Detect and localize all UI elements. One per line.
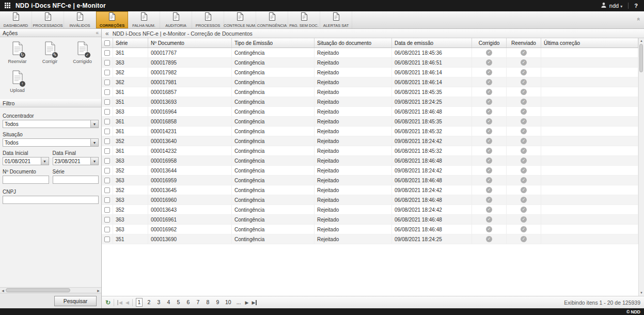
ribbon-collapse-icon[interactable]: « [636, 18, 642, 21]
column-header-numero-documento[interactable]: Nº Documento [148, 38, 232, 48]
column-header-situacao[interactable]: Situação do documento [315, 38, 392, 48]
next-page-icon[interactable]: ▶ [245, 300, 249, 305]
page-button-3[interactable]: 3 [155, 298, 162, 306]
table-row[interactable]: 363 000016961 Contingência Rejeitado 06/… [102, 215, 638, 225]
concentrador-select[interactable]: Todos ▼ [3, 120, 99, 128]
table-row[interactable]: 351 000013690 Contingência Rejeitado 09/… [102, 234, 638, 244]
situacao-select[interactable]: Todos ▼ [3, 138, 99, 147]
tab-auditoria[interactable]: AUDITORIA [160, 11, 192, 28]
table-row[interactable]: 361 000017767 Contingência Rejeitado 06/… [102, 48, 638, 58]
tab-falha-num[interactable]: FALHA NUM. [128, 11, 160, 28]
action-corrigir[interactable]: ✎ Corrigir [34, 41, 66, 64]
table-row[interactable]: 363 000016958 Contingência Rejeitado 06/… [102, 156, 638, 166]
scrollbar-thumb[interactable] [639, 44, 643, 72]
scroll-down-icon[interactable]: ▼ [640, 290, 643, 296]
page-button-1[interactable]: 1 [136, 298, 143, 307]
scrollbar-thumb[interactable] [6, 288, 70, 292]
page-button-9[interactable]: 9 [214, 298, 221, 306]
row-checkbox[interactable] [104, 138, 110, 144]
page-button-4[interactable]: 4 [165, 298, 172, 306]
chevron-down-icon[interactable]: ▼ [90, 139, 98, 146]
column-header-serie[interactable]: Série [113, 38, 148, 48]
table-row[interactable]: 361 000016857 Contingência Rejeitado 06/… [102, 87, 638, 97]
table-row[interactable]: 362 000017981 Contingência Rejeitado 06/… [102, 77, 638, 87]
table-row[interactable]: 363 000016962 Contingência Rejeitado 06/… [102, 225, 638, 234]
table-row[interactable]: 363 000017895 Contingência Rejeitado 06/… [102, 58, 638, 68]
help-button[interactable]: ? [634, 3, 638, 9]
table-row[interactable]: 363 000016964 Contingência Rejeitado 06/… [102, 107, 638, 117]
refresh-icon[interactable]: ↻ [105, 299, 111, 306]
column-header-reenviado[interactable]: Reenviado [507, 38, 541, 48]
action-upload[interactable]: ↑ Upload [1, 70, 34, 93]
app-launcher-icon[interactable] [5, 3, 11, 9]
page-button-2[interactable]: 2 [146, 298, 152, 306]
tab-controle-num[interactable]: CONTROLE NUM. [224, 11, 256, 28]
row-checkbox[interactable] [104, 207, 110, 213]
column-header-ultima-correcao[interactable]: Última correção [541, 38, 638, 48]
data-final-datepicker[interactable]: 23/08/2021 ▼ [53, 157, 99, 165]
serie-input[interactable] [53, 176, 99, 184]
tab-invalidos[interactable]: INVÁLIDOS [64, 11, 96, 28]
row-checkbox[interactable] [104, 60, 110, 66]
scroll-up-icon[interactable]: ▲ [640, 38, 643, 44]
row-checkbox[interactable] [104, 227, 110, 232]
row-checkbox[interactable] [104, 70, 110, 75]
table-row[interactable]: 352 000013645 Contingência Rejeitado 09/… [102, 185, 638, 195]
table-row[interactable]: 351 000013693 Contingência Rejeitado 09/… [102, 97, 638, 107]
panel-collapse-icon[interactable]: « [96, 30, 99, 36]
table-row[interactable]: 361 000014231 Contingência Rejeitado 06/… [102, 127, 638, 136]
tab-processados[interactable]: PROCESSADOS [32, 11, 64, 28]
column-header-tipo-emissao[interactable]: Tipo de Emissão [232, 38, 315, 48]
chevron-down-icon[interactable]: ▼ [41, 158, 49, 165]
action-corrigido[interactable]: ✓ Corrigido [66, 41, 99, 64]
tab-processos[interactable]: PROCESSOS [192, 11, 224, 28]
row-checkbox[interactable] [104, 217, 110, 223]
table-row[interactable]: 352 000013640 Contingência Rejeitado 09/… [102, 136, 638, 146]
scroll-right-icon[interactable]: ▶ [96, 289, 101, 292]
row-checkbox[interactable] [104, 80, 110, 85]
row-checkbox[interactable] [104, 187, 110, 193]
page-button-5[interactable]: 5 [175, 298, 182, 306]
row-checkbox[interactable] [104, 89, 110, 95]
table-row[interactable]: 363 000016960 Contingência Rejeitado 06/… [102, 195, 638, 205]
row-checkbox[interactable] [104, 197, 110, 203]
data-inicial-datepicker[interactable]: 01/08/2021 ▼ [3, 157, 49, 165]
search-button[interactable]: Pesquisar [54, 296, 97, 306]
numero-documento-input[interactable] [3, 176, 49, 184]
user-menu[interactable]: ndd ▾ [609, 3, 622, 9]
row-checkbox[interactable] [104, 158, 110, 164]
row-checkbox[interactable] [104, 50, 110, 56]
row-checkbox[interactable] [104, 119, 110, 124]
page-button-10[interactable]: 10 [224, 298, 232, 306]
row-checkbox[interactable] [104, 178, 110, 183]
row-checkbox[interactable] [104, 237, 110, 242]
table-row[interactable]: 361 000014232 Contingência Rejeitado 06/… [102, 146, 638, 156]
collapse-sidebar-icon[interactable]: « [105, 30, 109, 37]
page-button-7[interactable]: 7 [195, 298, 201, 306]
tab-pag-sem-doc[interactable]: PAG. SEM DOC. [288, 11, 320, 28]
table-row[interactable]: 352 000013643 Contingência Rejeitado 09/… [102, 205, 638, 215]
column-header-data-emissao[interactable]: Data de emissão [392, 38, 472, 48]
select-all-checkbox[interactable] [104, 40, 110, 46]
cnpj-input[interactable] [3, 196, 99, 204]
tab-contingencia[interactable]: CONTINGÊNCIA [256, 11, 288, 28]
row-checkbox[interactable] [104, 129, 110, 134]
row-checkbox[interactable] [104, 99, 110, 105]
first-page-icon[interactable]: ◀ [117, 300, 122, 305]
page-button-8[interactable]: 8 [205, 298, 211, 306]
tab-alertas-sat[interactable]: ALERTAS SAT [320, 11, 352, 28]
tab-correcoes[interactable]: CORREÇÕES [96, 11, 128, 28]
tab-dashboard[interactable]: DASHBOARD [0, 11, 32, 28]
action-reenviar[interactable]: ↻ Reenviar [1, 41, 34, 64]
page-button-6[interactable]: 6 [185, 298, 192, 306]
chevron-down-icon[interactable]: ▼ [90, 120, 98, 128]
table-row[interactable]: 362 000017982 Contingência Rejeitado 06/… [102, 68, 638, 77]
table-row[interactable]: 361 000016858 Contingência Rejeitado 06/… [102, 117, 638, 127]
table-row[interactable]: 352 000013644 Contingência Rejeitado 09/… [102, 166, 638, 176]
scroll-left-icon[interactable]: ◀ [0, 289, 6, 292]
vertical-scrollbar[interactable]: ▲ ▼ [638, 38, 644, 296]
previous-page-icon[interactable]: ◀ [125, 300, 129, 305]
row-checkbox[interactable] [104, 148, 110, 154]
last-page-icon[interactable]: ▶ [252, 300, 257, 305]
column-header-corrigido[interactable]: Corrigido [472, 38, 507, 48]
